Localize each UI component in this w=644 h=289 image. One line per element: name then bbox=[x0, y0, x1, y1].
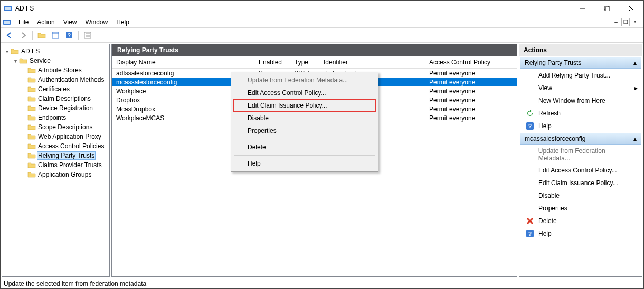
toggle-icon[interactable]: ▾ bbox=[4, 49, 10, 54]
tree-item[interactable]: Certificates bbox=[21, 84, 108, 94]
col-type[interactable]: Type bbox=[290, 57, 319, 68]
toolbar-props-icon[interactable] bbox=[50, 30, 61, 41]
mdi-close-icon[interactable]: × bbox=[631, 18, 639, 26]
blank-icon bbox=[526, 150, 534, 159]
blank-icon bbox=[526, 71, 534, 80]
mmc-icon bbox=[3, 18, 11, 26]
chevron-up-icon: ▴ bbox=[633, 135, 637, 142]
action-item[interactable]: Edit Claim Issuance Policy... bbox=[519, 177, 642, 189]
action-item[interactable]: ?Help bbox=[519, 120, 642, 132]
tree-item[interactable]: Device Registration bbox=[21, 103, 108, 113]
context-menu-item[interactable]: Disable bbox=[233, 112, 376, 124]
window-titlebar: AD FS bbox=[1, 1, 643, 16]
blank-icon bbox=[526, 179, 534, 187]
center-panel: Relying Party Trusts Display Name Enable… bbox=[111, 44, 517, 277]
toolbar-folder-icon[interactable] bbox=[36, 30, 48, 41]
blank-icon bbox=[526, 204, 534, 213]
folder-icon bbox=[27, 171, 36, 178]
menu-action[interactable]: Action bbox=[33, 17, 59, 27]
svg-text:?: ? bbox=[68, 33, 71, 38]
tree-panel[interactable]: ▾ AD FS ▾ Service Attribute StoresAuthen… bbox=[2, 44, 110, 277]
back-button[interactable] bbox=[4, 30, 15, 41]
tree-item[interactable]: Access Control Policies bbox=[21, 141, 108, 151]
toolbar-list-icon[interactable] bbox=[82, 30, 93, 41]
action-item[interactable]: Refresh bbox=[519, 107, 642, 120]
actions-panel: Actions Relying Party Trusts ▴ Add Relyi… bbox=[519, 44, 642, 277]
svg-rect-1 bbox=[5, 7, 11, 10]
action-item[interactable]: View▸ bbox=[519, 82, 642, 94]
toolbar-help-icon[interactable]: ? bbox=[63, 30, 75, 41]
svg-rect-4 bbox=[605, 7, 610, 11]
delete-icon bbox=[526, 217, 534, 225]
action-item[interactable]: Edit Access Control Policy... bbox=[519, 164, 642, 177]
action-item[interactable]: Delete bbox=[519, 215, 642, 227]
blank-icon bbox=[526, 191, 534, 200]
col-enabled[interactable]: Enabled bbox=[254, 57, 290, 68]
center-title: Relying Party Trusts bbox=[112, 44, 517, 56]
tree-root[interactable]: ▾ AD FS bbox=[4, 46, 108, 56]
folder-icon bbox=[27, 76, 36, 83]
list-header[interactable]: Display Name Enabled Type Identifier Acc… bbox=[112, 56, 517, 69]
status-bar: Update the selected item from federation… bbox=[1, 278, 643, 288]
help-icon: ? bbox=[526, 122, 534, 130]
context-menu-item[interactable]: Help bbox=[233, 157, 376, 170]
menu-view[interactable]: View bbox=[59, 17, 81, 27]
actions-group2-bar[interactable]: mcassalesforceconfig ▴ bbox=[520, 133, 641, 144]
mdi-minimize-icon[interactable]: – bbox=[612, 18, 620, 26]
col-policy[interactable]: Access Control Policy bbox=[425, 57, 517, 68]
tree-item[interactable]: Scope Descriptions bbox=[21, 122, 108, 132]
folder-icon bbox=[27, 104, 36, 112]
actions-group1-bar[interactable]: Relying Party Trusts ▴ bbox=[520, 57, 641, 69]
context-menu-item[interactable]: Edit Access Control Policy... bbox=[233, 86, 376, 99]
status-text: Update the selected item from federation… bbox=[4, 280, 146, 287]
tree-item[interactable]: Relying Party Trusts bbox=[21, 151, 108, 160]
context-menu-item[interactable]: Properties bbox=[233, 124, 376, 137]
chevron-up-icon: ▴ bbox=[633, 59, 637, 66]
tree-item[interactable]: Application Groups bbox=[21, 170, 108, 179]
context-menu-item: Update from Federation Metadata... bbox=[233, 74, 376, 86]
svg-rect-8 bbox=[4, 21, 10, 24]
col-identifier[interactable]: Identifier bbox=[319, 57, 425, 68]
folder-icon bbox=[27, 123, 36, 131]
toggle-icon[interactable]: ▾ bbox=[13, 58, 18, 64]
action-item[interactable]: Disable bbox=[519, 189, 642, 202]
tree-service[interactable]: ▾ Service bbox=[13, 56, 108, 65]
maximize-button[interactable] bbox=[595, 1, 619, 16]
action-item[interactable]: Add Relying Party Trust... bbox=[519, 69, 642, 82]
context-menu-item[interactable]: Edit Claim Issuance Policy... bbox=[233, 99, 376, 112]
action-item[interactable]: Properties bbox=[519, 202, 642, 215]
folder-icon bbox=[27, 133, 36, 140]
tree-item[interactable]: Claims Provider Trusts bbox=[21, 160, 108, 170]
mdi-restore-icon[interactable]: ❐ bbox=[621, 18, 630, 26]
context-menu-item[interactable]: Delete bbox=[233, 141, 376, 153]
menubar: File Action View Window Help – ❐ × bbox=[1, 16, 643, 28]
menu-window[interactable]: Window bbox=[81, 17, 112, 27]
folder-icon bbox=[27, 114, 36, 121]
app-icon bbox=[4, 4, 12, 13]
folder-icon bbox=[27, 95, 36, 102]
folder-icon bbox=[19, 57, 27, 64]
actions-header: Actions bbox=[519, 44, 642, 56]
context-menu[interactable]: Update from Federation Metadata...Edit A… bbox=[231, 72, 378, 172]
folder-icon bbox=[27, 66, 36, 74]
action-item[interactable]: New Window from Here bbox=[519, 94, 642, 107]
blank-icon bbox=[526, 84, 534, 92]
menu-file[interactable]: File bbox=[14, 17, 33, 27]
minimize-button[interactable] bbox=[571, 1, 595, 16]
svg-text:?: ? bbox=[528, 231, 532, 237]
action-item: Update from Federation Metadata... bbox=[519, 145, 642, 164]
action-item[interactable]: ?Help bbox=[519, 227, 642, 240]
close-button[interactable] bbox=[619, 1, 643, 16]
col-display-name[interactable]: Display Name bbox=[112, 57, 254, 68]
tree-item[interactable]: Web Application Proxy bbox=[21, 132, 108, 141]
toolbar: ? bbox=[1, 28, 643, 43]
svg-text:?: ? bbox=[528, 123, 532, 129]
tree-item[interactable]: Claim Descriptions bbox=[21, 94, 108, 103]
forward-button[interactable] bbox=[17, 30, 29, 41]
menu-help[interactable]: Help bbox=[112, 17, 134, 27]
blank-icon bbox=[526, 166, 534, 175]
tree-item[interactable]: Attribute Stores bbox=[21, 65, 108, 75]
svg-rect-9 bbox=[52, 32, 59, 38]
tree-item[interactable]: Authentication Methods bbox=[21, 75, 108, 84]
tree-item[interactable]: Endpoints bbox=[21, 113, 108, 122]
